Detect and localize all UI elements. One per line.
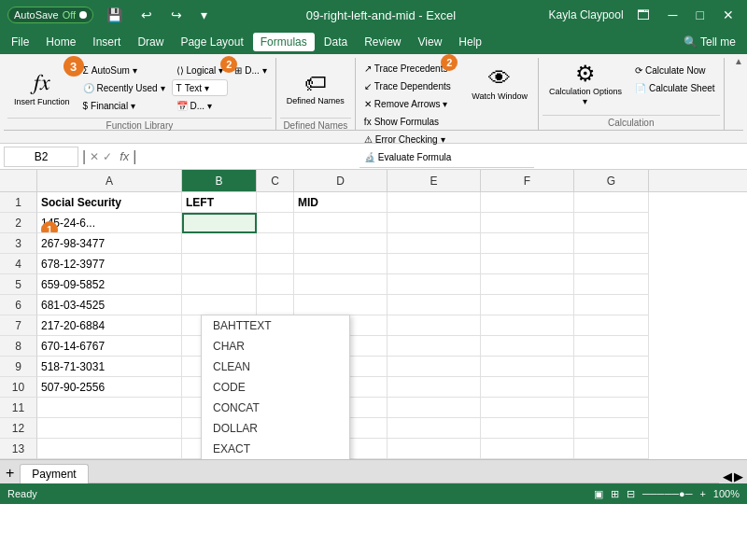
col-header-a[interactable]: A [37,170,182,191]
save-button[interactable]: 💾 [101,4,128,26]
sheet-tab-payment[interactable]: Payment [20,464,88,483]
cell-e1[interactable] [388,192,481,213]
cell-e11[interactable] [388,398,481,418]
cell-f1[interactable] [481,192,574,213]
col-header-f[interactable]: F [481,170,574,191]
cell-d6[interactable] [294,295,388,315]
cell-g5[interactable] [574,274,649,295]
cell-f5[interactable] [481,274,574,295]
ribbon-toggle[interactable]: 🗔 [631,4,655,26]
cell-b1[interactable]: LEFT [182,192,257,213]
cell-f2[interactable] [481,213,574,233]
cell-d5[interactable] [294,274,388,295]
cell-f6[interactable] [481,295,574,315]
cell-a12[interactable] [37,418,182,439]
cell-g10[interactable] [574,377,649,398]
cell-a8[interactable]: 670-14-6767 [37,336,182,357]
cell-d1[interactable]: MID [294,192,388,213]
cell-a1[interactable]: Social Security [37,192,182,213]
sheet-nav-right[interactable]: ▶ [734,469,743,483]
evaluate-formula-button[interactable]: 🔬 Evaluate Formula [359,148,456,165]
dropdown-item-exact[interactable]: EXACT [202,439,349,459]
zoom-slider[interactable]: ─────●─ [642,488,692,499]
cancel-icon[interactable]: ✕ [90,150,99,163]
menu-insert[interactable]: Insert [85,33,128,51]
dropdown-item-concat[interactable]: CONCAT [202,398,349,418]
cell-f3[interactable] [481,233,574,254]
dropdown-item-code[interactable]: CODE [202,377,349,398]
calc-sheet-button[interactable]: 📄 Calculate Sheet [630,79,720,96]
confirm-icon[interactable]: ✓ [103,150,112,163]
cell-a5[interactable]: 659-09-5852 [37,274,182,295]
logical-button[interactable]: ⟨⟩ Logical ▾ [172,62,229,78]
cell-c4[interactable] [257,254,294,274]
menu-file[interactable]: File [4,33,36,51]
cell-a7[interactable]: 217-20-6884 [37,315,182,336]
cell-g3[interactable] [574,233,649,254]
maximize-button[interactable]: □ [691,4,710,26]
calc-now-button[interactable]: ⟳ Calculate Now [630,62,720,78]
cell-d4[interactable] [294,254,388,274]
cell-f9[interactable] [481,357,574,377]
menu-home[interactable]: Home [38,33,83,51]
minimize-button[interactable]: ─ [663,4,684,26]
cell-g13[interactable] [574,439,649,459]
autosum-button[interactable]: Σ AutoSum ▾ [78,62,170,78]
redo-button[interactable]: ↪ [165,4,188,26]
cell-d3[interactable] [294,233,388,254]
autosave-toggle[interactable]: AutoSave Off [7,7,93,23]
cell-g8[interactable] [574,336,649,357]
cell-f4[interactable] [481,254,574,274]
cell-g11[interactable] [574,398,649,418]
recently-used-button[interactable]: 🕐 Recently Used ▾ [78,79,170,96]
menu-view[interactable]: View [411,33,450,51]
col-header-b[interactable]: B [182,170,257,191]
cell-f12[interactable] [481,418,574,439]
page-layout-icon[interactable]: ⊞ [611,488,619,500]
dropdown-item-bahttext[interactable]: BAHTTEXT [202,315,349,336]
cell-a6[interactable]: 681-03-4525 [37,295,182,315]
menu-data[interactable]: Data [317,33,355,51]
remove-arrows-button[interactable]: ✕ Remove Arrows ▾ [359,95,456,112]
menu-page-layout[interactable]: Page Layout [173,33,250,51]
dropdown-item-clean[interactable]: CLEAN [202,357,349,377]
cell-e4[interactable] [388,254,481,274]
cell-f11[interactable] [481,398,574,418]
cell-b4[interactable] [182,254,257,274]
cell-f7[interactable] [481,315,574,336]
date-time-button[interactable]: 📅 D... ▾ [172,97,229,114]
cell-g12[interactable] [574,418,649,439]
add-sheet-button[interactable]: + [0,463,20,483]
show-formulas-button[interactable]: fx Show Formulas [359,113,456,130]
trace-dependents-button[interactable]: ↙ Trace Dependents [359,77,456,94]
cell-a10[interactable]: 507-90-2556 [37,377,182,398]
cell-e10[interactable] [388,377,481,398]
cell-e9[interactable] [388,357,481,377]
cell-c3[interactable] [257,233,294,254]
error-checking-button[interactable]: ⚠ Error Checking ▾ [359,131,456,147]
col-header-c[interactable]: C [257,170,294,191]
cell-b3[interactable] [182,233,257,254]
cell-b2[interactable] [182,213,257,233]
cell-g2[interactable] [574,213,649,233]
cell-e12[interactable] [388,418,481,439]
text-button[interactable]: T Text ▾ [172,79,229,96]
dropdown-item-char[interactable]: CHAR [202,336,349,357]
menu-review[interactable]: Review [357,33,408,51]
close-button[interactable]: ✕ [717,4,740,26]
cell-e6[interactable] [388,295,481,315]
defined-names-button[interactable]: 🏷 Defined Names [280,60,351,116]
menu-draw[interactable]: Draw [130,33,171,51]
cell-f10[interactable] [481,377,574,398]
menu-tell-me[interactable]: 🔍 Tell me [676,33,743,51]
customize-button[interactable]: ▾ [195,4,213,26]
page-break-icon[interactable]: ⊟ [627,488,635,500]
cell-a13[interactable] [37,439,182,459]
cell-e13[interactable] [388,439,481,459]
undo-button[interactable]: ↩ [135,4,158,26]
sheet-nav-left[interactable]: ◀ [723,469,732,483]
menu-help[interactable]: Help [451,33,489,51]
cell-f13[interactable] [481,439,574,459]
cell-d2[interactable] [294,213,388,233]
cell-g9[interactable] [574,357,649,377]
